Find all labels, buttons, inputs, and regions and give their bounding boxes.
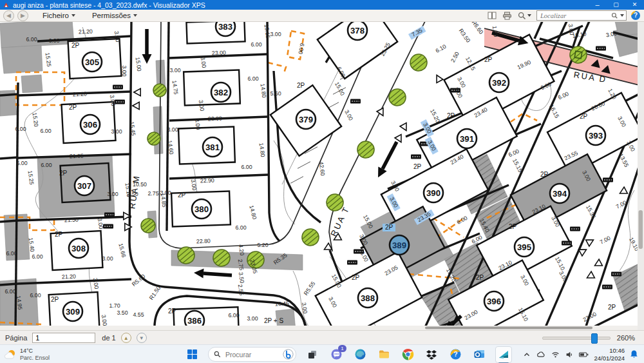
onedrive-icon[interactable] bbox=[536, 350, 546, 359]
floors-label: 2P bbox=[51, 296, 59, 303]
zoom-slider[interactable] bbox=[542, 337, 611, 340]
dimension-label: 6.00 bbox=[5, 288, 15, 295]
floors-label: 2P bbox=[580, 113, 588, 120]
volume-icon[interactable] bbox=[565, 350, 574, 359]
help-icon: ? bbox=[450, 348, 462, 360]
dimension-label: 6.00 bbox=[30, 292, 41, 299]
grey-building bbox=[1, 45, 43, 74]
chevron-down-icon bbox=[620, 14, 624, 17]
start-button[interactable] bbox=[184, 347, 200, 362]
lot-number-382: 382 bbox=[214, 88, 228, 97]
document-canvas[interactable]: 3053063073083093833823813803863783793923… bbox=[0, 21, 644, 330]
lot-number-396: 396 bbox=[487, 297, 501, 306]
dimension-label: 6.00 bbox=[6, 250, 17, 257]
tray-chevron-icon[interactable] bbox=[522, 350, 531, 359]
clock-widget[interactable]: 10:46 24/01/2024 bbox=[594, 347, 625, 362]
print-button[interactable] bbox=[502, 11, 512, 20]
lot-number-379: 379 bbox=[299, 115, 313, 124]
h-scrollbar-thumb[interactable] bbox=[425, 327, 592, 329]
cadastral-map: 3053063073083093833823813803863783793923… bbox=[0, 21, 644, 330]
floors-label: 2P bbox=[447, 112, 455, 119]
dimension-label: 5.60 bbox=[270, 90, 281, 97]
weather-widget[interactable]: 14°C Parc. Ensol bbox=[4, 348, 50, 361]
help-button[interactable]: ? bbox=[631, 11, 640, 20]
outlook-app[interactable] bbox=[471, 347, 487, 362]
dimension-label: 6.00 bbox=[241, 164, 252, 170]
title-bar: augi aniza - planta sintese - 4_03_2023.… bbox=[0, 0, 644, 10]
taskbar-search[interactable] bbox=[208, 347, 296, 362]
page-label: Página bbox=[5, 334, 27, 342]
notifications-bell-icon[interactable] bbox=[629, 349, 639, 359]
dimension-label: 3.00 bbox=[107, 191, 118, 197]
dimension-label: 6.00 bbox=[41, 162, 52, 168]
dimension-label: 6.00 bbox=[228, 312, 239, 319]
window-title: augi aniza - planta sintese - 4_03_2023.… bbox=[13, 1, 205, 9]
lot-number-390: 390 bbox=[426, 188, 440, 198]
taskbar-search-input[interactable] bbox=[224, 350, 279, 359]
get-help-app[interactable]: ? bbox=[448, 347, 463, 362]
dimension-label: 3.00 bbox=[121, 65, 128, 76]
dimension-label: 4.55 bbox=[133, 311, 144, 318]
lot-number-307: 307 bbox=[77, 181, 91, 191]
dimension-label: 21.05 bbox=[70, 152, 84, 159]
dimension-label: 6.00 bbox=[26, 36, 37, 43]
search-icon bbox=[611, 12, 618, 19]
file-menu-label: Ficheiro bbox=[43, 12, 69, 19]
close-button[interactable]: ✕ bbox=[625, 0, 644, 10]
printer-icon bbox=[502, 12, 512, 20]
wifi-icon[interactable] bbox=[551, 350, 560, 359]
edge-app[interactable] bbox=[352, 347, 368, 362]
previous-page-button[interactable]: ▲ bbox=[121, 333, 131, 343]
file-menu[interactable]: Ficheiro bbox=[40, 11, 78, 20]
floors-label: 2P bbox=[476, 274, 484, 281]
forward-button[interactable]: ▶ bbox=[17, 10, 28, 21]
chevron-down-icon bbox=[71, 14, 75, 17]
page-number-input[interactable] bbox=[32, 333, 95, 343]
lot-number-393: 393 bbox=[589, 131, 603, 141]
floors-label: 2P bbox=[352, 274, 360, 281]
v-scrollbar-track[interactable] bbox=[638, 21, 644, 330]
dimension-label: 6.00 bbox=[15, 126, 26, 132]
back-button[interactable]: ◀ bbox=[3, 10, 14, 21]
taskbar: 14°C Parc. Ensol bbox=[0, 344, 644, 363]
floors-label: 2P bbox=[540, 171, 549, 178]
folder-icon bbox=[378, 348, 390, 360]
task-view-icon bbox=[307, 349, 318, 360]
xps-viewer-app[interactable] bbox=[495, 346, 512, 363]
file-explorer-app[interactable] bbox=[376, 347, 392, 362]
dropbox-app[interactable] bbox=[424, 347, 439, 362]
maximize-button[interactable]: ▢ bbox=[607, 0, 625, 10]
task-view-button[interactable] bbox=[305, 347, 320, 362]
grey-building bbox=[21, 75, 43, 93]
lot-boundary bbox=[0, 157, 18, 159]
floors-label: 2P bbox=[69, 104, 77, 111]
dimension-label: 16.45 bbox=[275, 300, 290, 307]
dimension-label: 5.20 bbox=[257, 242, 268, 248]
dropbox-icon bbox=[426, 349, 437, 360]
next-page-button[interactable]: ▼ bbox=[137, 333, 147, 343]
floors-label: 2P bbox=[385, 224, 393, 231]
outlook-icon bbox=[473, 348, 486, 360]
battery-icon[interactable] bbox=[578, 350, 589, 359]
lot-boundary bbox=[0, 221, 18, 222]
grey-building bbox=[0, 21, 74, 48]
zoom-slider-thumb[interactable] bbox=[591, 333, 598, 344]
dimension-label: 3.00 bbox=[111, 128, 122, 135]
thumbnails-button[interactable] bbox=[487, 11, 497, 20]
dimension-label: 6.00 bbox=[247, 75, 258, 82]
permissions-menu[interactable]: Permissões bbox=[90, 11, 140, 20]
zoom-level: 260% bbox=[617, 334, 635, 342]
v-scrollbar-thumb[interactable] bbox=[639, 210, 643, 249]
dimension-label: 22.80 bbox=[196, 237, 211, 244]
chrome-app[interactable] bbox=[400, 347, 415, 362]
floors-label: 2P bbox=[55, 231, 63, 238]
svg-text:?: ? bbox=[453, 351, 457, 358]
minimize-button[interactable]: – bbox=[588, 0, 607, 10]
teams-app[interactable]: 1 bbox=[328, 347, 344, 362]
floors-label: 2P + S bbox=[264, 317, 283, 324]
find-input[interactable] bbox=[539, 12, 611, 20]
zoom-tool-button[interactable] bbox=[516, 11, 532, 20]
dimension-label: 6.00 bbox=[16, 160, 27, 166]
floors-label: 2P bbox=[297, 82, 305, 89]
lot-number-392: 392 bbox=[492, 78, 506, 88]
